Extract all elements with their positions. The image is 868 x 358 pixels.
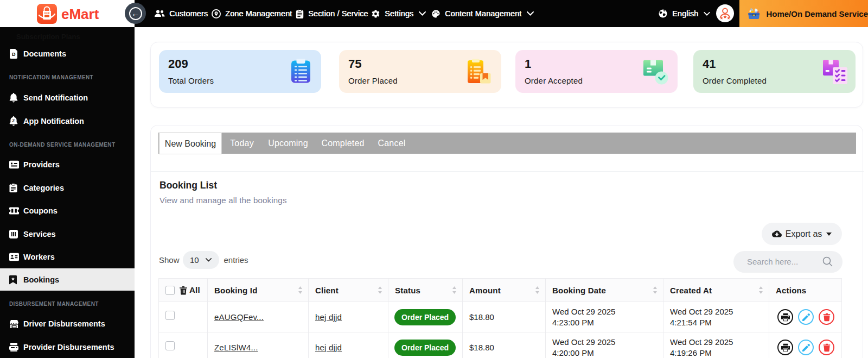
svg-text:D: D (12, 52, 16, 57)
svg-text:Z: Z (12, 118, 15, 123)
